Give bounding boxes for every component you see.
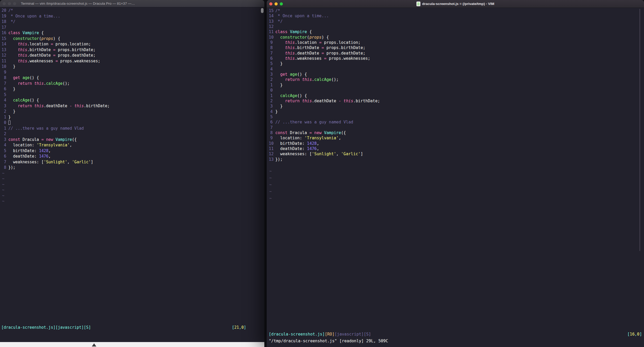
zoom-button[interactable] — [280, 2, 283, 5]
code-token — [288, 29, 290, 34]
ruler-token: 0 — [241, 325, 244, 330]
code-token: calcAge — [280, 93, 297, 98]
traffic-lights — [269, 2, 283, 5]
line-number: 1 — [269, 82, 275, 88]
code-line: 6 } — [2, 86, 264, 92]
code-line: 15 constructor(props) { — [2, 36, 264, 42]
code-token: props.location; — [321, 40, 360, 45]
code-token: props — [309, 35, 322, 40]
code-token: } — [275, 83, 283, 87]
code-token: .birthDate; — [353, 99, 380, 103]
close-button[interactable] — [269, 2, 272, 5]
vim-message-line: "/tmp/dracula-screenshot.js" [readonly] … — [269, 339, 388, 343]
code-token: calcAge — [13, 98, 29, 103]
code-token: this — [74, 104, 84, 108]
minimize-button[interactable] — [275, 2, 278, 5]
empty-buffer-region: ~~~~~~ — [2, 171, 264, 204]
code-token: 'Garlic' — [72, 160, 91, 164]
scrollbar-thumb[interactable] — [261, 8, 264, 13]
code-token: get — [13, 75, 20, 80]
code-line: 18 */ — [2, 19, 264, 25]
minimize-button[interactable] — [8, 2, 11, 5]
line-number: 9 — [2, 70, 8, 75]
code-line: 14 this.location = props.location; — [2, 41, 264, 47]
code-token — [32, 104, 34, 108]
code-token: } — [275, 61, 283, 66]
code-token: , — [339, 136, 341, 140]
terminal-titlebar[interactable]: Terminal — vim /tmp/dracula-screenshot.j… — [0, 0, 264, 7]
code-token: props — [41, 36, 53, 41]
code-token — [8, 53, 18, 58]
code-token — [275, 51, 285, 56]
empty-line-tilde: ~ — [2, 182, 264, 188]
code-token: props.birthDate; — [56, 47, 96, 52]
line-number: 4 — [2, 98, 8, 103]
code-line: 1 } — [269, 82, 644, 88]
code-line: 16class Vampire { — [2, 30, 264, 36]
code-token — [8, 81, 18, 86]
line-number: 7 — [269, 125, 275, 130]
code-token: this — [302, 77, 312, 82]
code-token: birthDate: — [275, 141, 307, 146]
macvim-titlebar[interactable]: dracula-screenshot.js = (/private/tmp) -… — [267, 0, 644, 8]
line-number: 5 — [2, 148, 8, 154]
code-token: deathDate: — [275, 146, 307, 151]
code-token: Dracula — [288, 130, 309, 135]
code-token — [275, 40, 285, 45]
line-number: 8 — [2, 75, 8, 81]
zoom-button[interactable] — [13, 2, 16, 5]
code-token: } — [8, 87, 15, 91]
code-token — [300, 99, 302, 103]
traffic-lights — [3, 2, 16, 5]
code-line: 15/* — [269, 8, 644, 13]
code-line: 13}); — [269, 157, 644, 162]
code-token — [8, 59, 18, 63]
empty-line-tilde: ~ — [2, 193, 264, 199]
code-token — [312, 130, 314, 135]
code-line: 0 — [2, 120, 264, 126]
code-line: 3 } — [269, 104, 644, 109]
code-line: 13 this.birthDate = props.birthDate; — [2, 47, 264, 53]
file-proxy-icon[interactable] — [416, 2, 420, 6]
code-line: 6// ...there was a guy named Vlad — [269, 119, 644, 125]
code-token: .weaknesses — [27, 59, 55, 63]
code-token: location: — [8, 143, 37, 147]
code-token: - — [70, 104, 72, 108]
code-token: deathDate: — [8, 154, 39, 159]
code-line: 5 — [2, 92, 264, 98]
code-token: /* — [8, 8, 13, 13]
line-number: 13 — [2, 47, 8, 53]
close-button[interactable] — [3, 2, 6, 5]
code-token — [341, 99, 343, 103]
vim-buffer[interactable]: 15/*14 * Once upon a time...13 */1211cla… — [267, 8, 644, 202]
status-segment: [S] — [84, 325, 91, 330]
code-token: new — [314, 130, 321, 135]
code-token: .location — [27, 42, 51, 46]
line-number: 9 — [269, 40, 275, 45]
code-token: Vampire — [56, 137, 72, 142]
code-token: ] — [361, 152, 363, 156]
vim-buffer[interactable]: 20/*19 * Once upon a time...18 */1716cla… — [0, 8, 264, 204]
code-line: 3 return this.deathDate - this.birthDate… — [2, 103, 264, 109]
line-number: 7 — [269, 51, 275, 56]
code-line: 12 weaknesses: ['Sunlight', 'Garlic'] — [269, 151, 644, 157]
code-line: 19 * Once upon a time... — [2, 14, 264, 19]
terminal-window: Terminal — vim /tmp/dracula-screenshot.j… — [0, 0, 264, 342]
line-number: 6 — [2, 154, 8, 159]
line-number: 10 — [269, 35, 275, 40]
code-token: this — [34, 81, 44, 86]
line-number: 13 — [269, 157, 275, 162]
code-token: () { — [29, 98, 39, 103]
line-number: 17 — [2, 25, 8, 31]
code-token: const — [275, 130, 288, 135]
status-segment: [RO] — [325, 332, 335, 337]
code-token: this — [34, 104, 44, 108]
scrollbar-thumb[interactable] — [640, 9, 640, 251]
code-token: constructor — [13, 36, 39, 41]
code-token: = — [321, 51, 324, 56]
code-token — [20, 31, 22, 35]
empty-line-tilde: ~ — [2, 171, 264, 176]
code-token — [275, 99, 285, 103]
code-line: 1} — [2, 115, 264, 120]
code-token: = — [53, 53, 56, 58]
